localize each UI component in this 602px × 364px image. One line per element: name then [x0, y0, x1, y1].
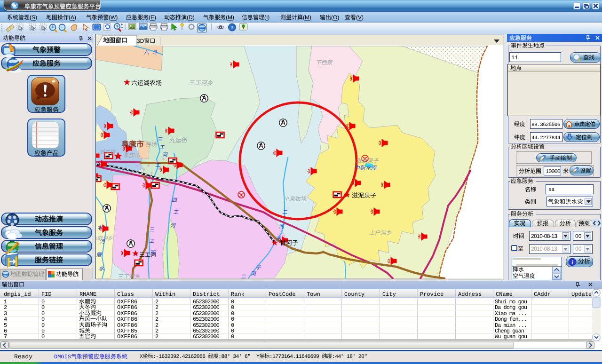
- svg-text:+: +: [51, 24, 54, 30]
- svg-text:−: −: [61, 24, 63, 30]
- svg-text:?: ?: [231, 24, 234, 30]
- svg-text:?: ?: [116, 24, 119, 29]
